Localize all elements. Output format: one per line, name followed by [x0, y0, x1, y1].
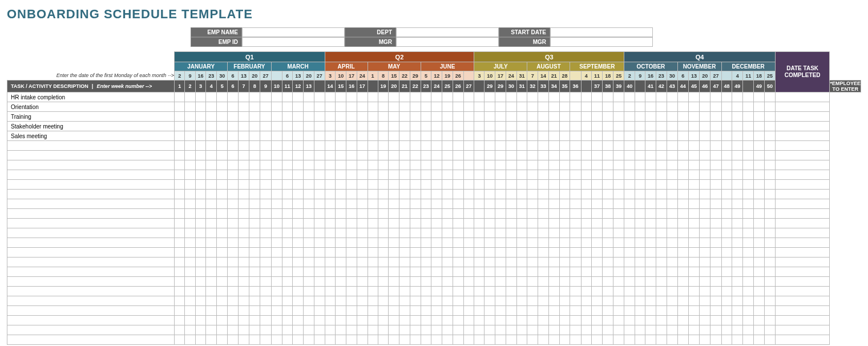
week-number-cell[interactable]: 23	[421, 81, 431, 92]
schedule-cell[interactable]	[743, 267, 754, 277]
completed-cell[interactable]	[775, 306, 830, 316]
schedule-cell[interactable]	[249, 141, 260, 151]
schedule-cell[interactable]	[463, 277, 474, 287]
schedule-cell[interactable]	[431, 296, 442, 306]
schedule-cell[interactable]	[346, 199, 357, 209]
schedule-cell[interactable]	[346, 335, 357, 345]
schedule-cell[interactable]	[336, 277, 346, 287]
schedule-cell[interactable]	[346, 258, 357, 267]
schedule-cell[interactable]	[175, 180, 185, 190]
week-number-cell[interactable]: 24	[431, 81, 442, 92]
schedule-cell[interactable]	[635, 180, 645, 190]
schedule-cell[interactable]	[743, 92, 754, 102]
schedule-cell[interactable]	[442, 228, 453, 238]
mgr-input-2[interactable]	[550, 37, 653, 47]
schedule-cell[interactable]	[474, 122, 485, 131]
schedule-cell[interactable]	[743, 122, 754, 131]
schedule-cell[interactable]	[304, 151, 314, 160]
schedule-cell[interactable]	[463, 325, 474, 335]
schedule-cell[interactable]	[754, 180, 765, 190]
completed-cell[interactable]	[775, 141, 830, 151]
schedule-cell[interactable]	[656, 151, 667, 160]
schedule-cell[interactable]	[485, 248, 495, 258]
schedule-cell[interactable]	[293, 277, 304, 287]
schedule-cell[interactable]	[527, 238, 538, 248]
schedule-cell[interactable]	[645, 141, 656, 151]
schedule-cell[interactable]	[238, 277, 249, 287]
schedule-cell[interactable]	[293, 219, 304, 228]
schedule-cell[interactable]	[474, 151, 485, 160]
schedule-cell[interactable]	[217, 112, 228, 122]
schedule-cell[interactable]	[764, 151, 775, 160]
week-number-cell[interactable]: 41	[645, 81, 656, 92]
schedule-cell[interactable]	[175, 335, 185, 345]
schedule-cell[interactable]	[667, 267, 677, 277]
schedule-cell[interactable]	[548, 296, 559, 306]
schedule-cell[interactable]	[175, 316, 185, 325]
schedule-cell[interactable]	[217, 92, 228, 102]
schedule-cell[interactable]	[677, 335, 688, 345]
schedule-cell[interactable]	[431, 238, 442, 248]
schedule-cell[interactable]	[754, 190, 765, 199]
schedule-cell[interactable]	[743, 248, 754, 258]
schedule-cell[interactable]	[527, 151, 538, 160]
schedule-cell[interactable]	[732, 92, 743, 102]
schedule-cell[interactable]	[346, 92, 357, 102]
schedule-cell[interactable]	[516, 296, 527, 306]
task-label[interactable]	[7, 199, 175, 209]
completed-cell[interactable]	[775, 131, 830, 141]
schedule-cell[interactable]	[559, 219, 570, 228]
schedule-cell[interactable]	[463, 151, 474, 160]
schedule-cell[interactable]	[314, 238, 325, 248]
schedule-cell[interactable]	[368, 238, 378, 248]
schedule-cell[interactable]	[206, 238, 217, 248]
schedule-cell[interactable]	[175, 92, 185, 102]
schedule-cell[interactable]	[293, 335, 304, 345]
schedule-cell[interactable]	[538, 151, 549, 160]
schedule-cell[interactable]	[206, 277, 217, 287]
schedule-cell[interactable]	[764, 131, 775, 141]
date-cell[interactable]: 27	[260, 71, 271, 81]
schedule-cell[interactable]	[421, 335, 431, 345]
schedule-cell[interactable]	[635, 316, 645, 325]
schedule-cell[interactable]	[474, 141, 485, 151]
schedule-cell[interactable]	[581, 258, 592, 267]
schedule-cell[interactable]	[474, 170, 485, 180]
week-number-cell[interactable]: 49	[732, 81, 743, 92]
week-number-cell[interactable]: 16	[346, 81, 357, 92]
week-number-cell[interactable]: 49	[754, 81, 765, 92]
task-label[interactable]	[7, 296, 175, 306]
schedule-cell[interactable]	[325, 277, 336, 287]
schedule-cell[interactable]	[581, 141, 592, 151]
schedule-cell[interactable]	[249, 209, 260, 219]
schedule-cell[interactable]	[421, 325, 431, 335]
schedule-cell[interactable]	[603, 267, 613, 277]
schedule-cell[interactable]	[764, 258, 775, 267]
schedule-cell[interactable]	[378, 92, 389, 102]
schedule-cell[interactable]	[559, 306, 570, 316]
schedule-cell[interactable]	[506, 170, 516, 180]
schedule-cell[interactable]	[217, 102, 228, 112]
schedule-cell[interactable]	[206, 267, 217, 277]
schedule-cell[interactable]	[700, 325, 710, 335]
schedule-cell[interactable]	[431, 170, 442, 180]
schedule-cell[interactable]	[453, 296, 463, 306]
schedule-cell[interactable]	[228, 92, 239, 102]
week-number-cell[interactable]	[474, 81, 485, 92]
schedule-cell[interactable]	[764, 287, 775, 296]
schedule-cell[interactable]	[368, 325, 378, 335]
week-number-cell[interactable]: 33	[538, 81, 549, 92]
schedule-cell[interactable]	[293, 248, 304, 258]
schedule-cell[interactable]	[293, 122, 304, 131]
schedule-cell[interactable]	[559, 92, 570, 102]
schedule-cell[interactable]	[463, 219, 474, 228]
schedule-cell[interactable]	[732, 112, 743, 122]
schedule-cell[interactable]	[260, 228, 271, 238]
schedule-cell[interactable]	[667, 248, 677, 258]
schedule-cell[interactable]	[570, 199, 581, 209]
schedule-cell[interactable]	[260, 287, 271, 296]
schedule-cell[interactable]	[442, 209, 453, 219]
schedule-cell[interactable]	[516, 267, 527, 277]
schedule-cell[interactable]	[175, 296, 185, 306]
schedule-cell[interactable]	[645, 102, 656, 112]
